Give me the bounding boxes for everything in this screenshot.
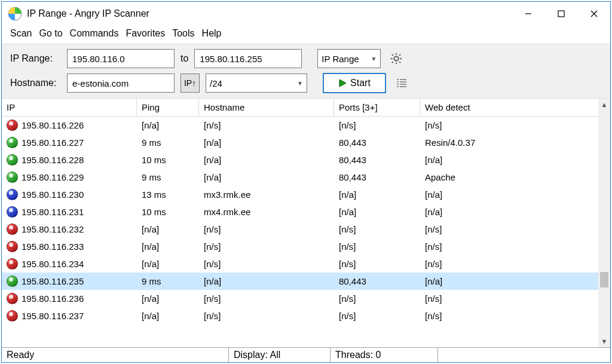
column-header-ping[interactable]: Ping	[137, 99, 199, 116]
menubar: Scan Go to Commands Favorites Tools Help	[2, 26, 610, 44]
cell-ip: 195.80.116.226	[22, 120, 84, 130]
menu-help[interactable]: Help	[200, 28, 224, 39]
start-button-label: Start	[350, 78, 371, 88]
maximize-button[interactable]	[544, 2, 577, 26]
menu-favorites[interactable]: Favorites	[123, 28, 167, 39]
cell-ping: 9 ms	[137, 172, 199, 182]
cell-web: Resin/4.0.37	[420, 137, 558, 148]
table-row[interactable]: 195.80.116.237[n/a][n/s][n/s][n/s]	[2, 307, 598, 325]
results-area: IP Ping Hostname Ports [3+] Web detect 1…	[2, 99, 610, 347]
status-icon	[7, 206, 18, 218]
table-row[interactable]: 195.80.116.2299 ms[n/a]80,443Apache	[2, 169, 598, 186]
table-row[interactable]: 195.80.116.226[n/a][n/s][n/s][n/s]	[2, 117, 598, 134]
fetchers-button[interactable]	[392, 74, 411, 93]
status-icon	[7, 154, 18, 166]
feeder-select-label: IP Range	[322, 54, 359, 64]
cell-ping: [n/a]	[137, 259, 199, 269]
minimize-button[interactable]	[512, 2, 544, 26]
cell-ports: [n/s]	[334, 259, 420, 269]
cell-web: Apache	[420, 172, 558, 182]
cell-ip: 195.80.116.235	[22, 276, 84, 286]
netmask-value: /24	[210, 78, 222, 88]
table-row[interactable]: 195.80.116.2279 ms[n/a]80,443Resin/4.0.3…	[2, 134, 598, 151]
cell-ip: 195.80.116.237	[22, 311, 84, 321]
column-header-web[interactable]: Web detect	[420, 99, 558, 116]
cell-ports: [n/s]	[334, 224, 420, 234]
status-icon	[7, 224, 18, 235]
cell-ports: [n/s]	[334, 293, 420, 304]
menu-goto[interactable]: Go to	[36, 28, 65, 39]
ip-up-button[interactable]: IP↑	[180, 74, 200, 93]
cell-ports: [n/a]	[334, 207, 420, 217]
menu-scan[interactable]: Scan	[8, 28, 34, 39]
table-row[interactable]: 195.80.116.232[n/a][n/s][n/s][n/s]	[2, 221, 598, 238]
cell-ports: [n/s]	[334, 120, 420, 130]
cell-hostname: [n/a]	[199, 137, 334, 148]
cell-hostname: [n/s]	[199, 241, 334, 252]
window-title: IP Range - Angry IP Scanner	[27, 8, 512, 19]
column-header-hostname[interactable]: Hostname	[199, 99, 334, 116]
menu-commands[interactable]: Commands	[68, 28, 121, 39]
cell-hostname: [n/s]	[199, 311, 334, 321]
close-button[interactable]	[577, 2, 610, 26]
table-row[interactable]: 195.80.116.23110 msmx4.rmk.ee[n/a][n/a]	[2, 203, 598, 221]
start-button[interactable]: Start	[323, 73, 386, 93]
chevron-down-icon: ▼	[297, 80, 303, 87]
preferences-button[interactable]	[387, 49, 406, 68]
cell-ports: [n/a]	[334, 189, 420, 200]
netmask-select[interactable]: /24 ▼	[206, 74, 307, 93]
cell-ping: 9 ms	[137, 276, 199, 286]
titlebar: IP Range - Angry IP Scanner	[2, 2, 610, 26]
statusbar: Ready Display: All Threads: 0	[2, 347, 610, 362]
column-header-ports[interactable]: Ports [3+]	[334, 99, 420, 116]
status-icon	[7, 258, 18, 270]
table-row[interactable]: 195.80.116.233[n/a][n/s][n/s][n/s]	[2, 238, 598, 255]
status-icon	[7, 293, 18, 304]
status-icon	[7, 310, 18, 322]
table-row[interactable]: 195.80.116.2359 ms[n/a]80,443[n/a]	[2, 273, 598, 290]
status-icon	[7, 172, 18, 183]
toolbar: IP Range: to IP Range ▼ Hostname: IP↑ /2…	[2, 44, 610, 99]
table-row[interactable]: 195.80.116.234[n/a][n/s][n/s][n/s]	[2, 255, 598, 273]
cell-ping: [n/a]	[137, 224, 199, 234]
cell-web: [n/s]	[420, 224, 558, 234]
column-header-ip[interactable]: IP	[2, 99, 137, 116]
ip-start-input[interactable]	[67, 49, 175, 68]
cell-ports: 80,443	[334, 155, 420, 165]
table-row[interactable]: 195.80.116.23013 msmx3.rmk.ee[n/a][n/a]	[2, 186, 598, 203]
cell-web: [n/s]	[420, 293, 558, 304]
status-icon	[7, 276, 18, 287]
svg-rect-2	[558, 11, 564, 17]
cell-web: [n/a]	[420, 207, 558, 217]
cell-hostname: [n/a]	[199, 276, 334, 286]
cell-ping: [n/a]	[137, 120, 199, 130]
cell-hostname: [n/a]	[199, 155, 334, 165]
cell-ip: 195.80.116.234	[22, 259, 84, 269]
cell-ping: 13 ms	[137, 189, 199, 200]
hostname-label: Hostname:	[10, 78, 61, 88]
table-row[interactable]: 195.80.116.236[n/a][n/s][n/s][n/s]	[2, 290, 598, 307]
status-display: Display: All	[229, 348, 331, 362]
feeder-select[interactable]: IP Range ▼	[317, 49, 381, 68]
cell-ping: [n/a]	[137, 241, 199, 252]
cell-hostname: [n/s]	[199, 120, 334, 130]
status-threads: Threads: 0	[331, 348, 438, 362]
table-header: IP Ping Hostname Ports [3+] Web detect	[2, 99, 598, 117]
cell-hostname: [n/a]	[199, 172, 334, 182]
scroll-thumb[interactable]	[600, 272, 608, 287]
cell-hostname: [n/s]	[199, 259, 334, 269]
scroll-up-arrow[interactable]: ▲	[598, 99, 610, 111]
cell-web: [n/a]	[420, 276, 558, 286]
cell-hostname: [n/s]	[199, 224, 334, 234]
cell-ports: 80,443	[334, 137, 420, 148]
app-icon	[8, 7, 22, 21]
cell-ip: 195.80.116.231	[22, 207, 84, 217]
scroll-down-arrow[interactable]: ▼	[598, 335, 610, 347]
ip-end-input[interactable]	[194, 49, 302, 68]
vertical-scrollbar[interactable]: ▲ ▼	[598, 99, 610, 347]
status-icon	[7, 137, 18, 148]
table-row[interactable]: 195.80.116.22810 ms[n/a]80,443[n/a]	[2, 151, 598, 169]
hostname-input[interactable]	[67, 74, 175, 93]
status-icon	[7, 189, 18, 200]
menu-tools[interactable]: Tools	[170, 28, 197, 39]
